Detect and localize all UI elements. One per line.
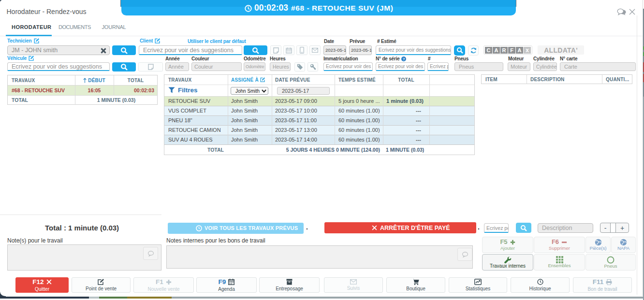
svg-text:?: ? [402,57,405,61]
